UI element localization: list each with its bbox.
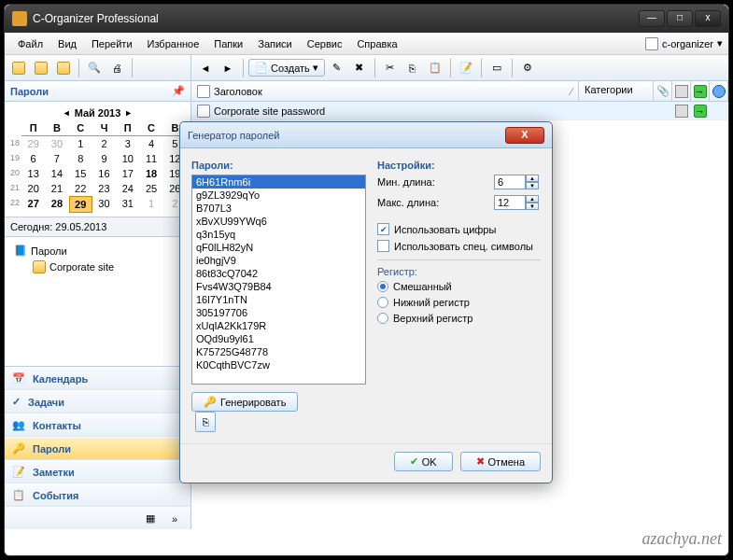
- paste-button[interactable]: 📋: [425, 58, 445, 78]
- nav-события[interactable]: 📋События: [5, 483, 190, 507]
- col-attach[interactable]: 📎: [654, 81, 672, 101]
- menu-item[interactable]: Сервис: [300, 35, 350, 52]
- calendar-day[interactable]: 22: [69, 181, 92, 196]
- calendar-day[interactable]: 25: [139, 181, 162, 196]
- password-item[interactable]: OQd9u9yl61: [192, 332, 365, 345]
- use-special-checkbox[interactable]: Использовать спец. символы: [377, 240, 541, 252]
- menu-item[interactable]: Избранное: [140, 35, 207, 52]
- calendar-day[interactable]: 14: [45, 166, 68, 181]
- generate-button[interactable]: 🔑 Генерировать: [191, 392, 298, 412]
- calendar-day[interactable]: 4: [139, 136, 162, 151]
- calendar-day[interactable]: 6: [21, 151, 45, 166]
- nav-пароли[interactable]: 🔑Пароли: [5, 437, 190, 460]
- password-item[interactable]: K0CqthBVC7zw: [192, 358, 365, 371]
- copy-button[interactable]: ⎘: [402, 58, 423, 78]
- password-item[interactable]: g9ZL3929qYo: [192, 189, 365, 202]
- folder-delete-button[interactable]: [53, 58, 74, 78]
- password-item[interactable]: B707L3: [192, 202, 365, 215]
- calendar-day[interactable]: 3: [116, 136, 139, 151]
- col-title[interactable]: Заголовок ∕: [191, 81, 579, 101]
- table-row[interactable]: Corporate site password →: [191, 102, 728, 120]
- folder-edit-button[interactable]: [31, 58, 51, 78]
- go-icon[interactable]: →: [694, 105, 707, 118]
- calendar-day[interactable]: 16: [92, 166, 116, 181]
- min-length-spinner[interactable]: ▲▼: [494, 175, 541, 189]
- col-link[interactable]: [672, 81, 691, 101]
- spin-down[interactable]: ▼: [526, 203, 539, 210]
- nav-контакты[interactable]: 👥Контакты: [5, 413, 190, 437]
- password-item[interactable]: q3n15yq: [192, 228, 365, 241]
- ok-button[interactable]: ✔OK: [394, 452, 453, 471]
- calendar-day[interactable]: 20: [21, 181, 45, 196]
- calendar-day[interactable]: 10: [116, 151, 139, 166]
- db-selector[interactable]: c-organizer: [662, 38, 713, 49]
- close-button[interactable]: x: [695, 10, 721, 27]
- titlebar[interactable]: C-Organizer Professional — □ x: [5, 5, 728, 33]
- calendar-day[interactable]: 11: [139, 151, 162, 166]
- password-item[interactable]: 86t83cQ7042: [192, 267, 365, 280]
- cut-button[interactable]: ✂: [380, 58, 401, 78]
- case-radio[interactable]: Верхний регистр: [377, 313, 541, 324]
- menu-item[interactable]: Перейти: [84, 35, 140, 52]
- nav-expand-button[interactable]: »: [164, 509, 185, 529]
- calendar-day[interactable]: 28: [45, 196, 68, 213]
- calendar-day[interactable]: 1: [69, 136, 92, 151]
- calendar-day[interactable]: 23: [92, 181, 116, 196]
- nav-заметки[interactable]: 📝Заметки: [5, 460, 190, 483]
- calendar-day[interactable]: 18: [139, 166, 162, 181]
- tree-child[interactable]: Corporate site: [10, 259, 185, 275]
- col-info[interactable]: [710, 81, 728, 101]
- password-item[interactable]: qF0lLH82yN: [192, 241, 365, 254]
- calendar-day[interactable]: 17: [116, 166, 139, 181]
- pin-icon[interactable]: 📌: [172, 85, 185, 97]
- nav-back-button[interactable]: ◄: [195, 58, 216, 78]
- delete-button[interactable]: ✖: [349, 58, 370, 78]
- max-length-spinner[interactable]: ▲▼: [494, 195, 541, 210]
- case-radio[interactable]: Смешанный: [377, 281, 541, 292]
- password-item[interactable]: xUqIA2Kk179R: [192, 319, 365, 332]
- case-radio[interactable]: Нижний регистр: [377, 297, 541, 308]
- nav-config-button[interactable]: ▦: [140, 509, 161, 529]
- dialog-titlebar[interactable]: Генератор паролей X: [180, 122, 552, 148]
- col-category[interactable]: Категории: [579, 81, 654, 101]
- calendar-next[interactable]: ►: [124, 108, 133, 118]
- calendar-day[interactable]: 13: [21, 166, 45, 181]
- calendar-prev[interactable]: ◄: [63, 108, 71, 118]
- copy-password-button[interactable]: ⎘: [195, 412, 216, 432]
- calendar-day[interactable]: 7: [45, 151, 68, 166]
- calendar-day[interactable]: 8: [69, 151, 92, 166]
- menu-item[interactable]: Вид: [50, 35, 84, 52]
- password-item[interactable]: 6H61Rnm6i: [192, 175, 365, 189]
- calendar-month[interactable]: Май 2013: [75, 107, 121, 119]
- note-button[interactable]: 📝: [456, 58, 476, 78]
- min-length-input[interactable]: [494, 175, 526, 189]
- calendar-day[interactable]: 30: [45, 136, 68, 151]
- tree-root[interactable]: 📘 Пароли: [10, 243, 185, 259]
- maximize-button[interactable]: □: [667, 10, 693, 27]
- calendar-day[interactable]: 29: [21, 136, 45, 151]
- password-item[interactable]: xBvXU99YWq6: [192, 215, 365, 228]
- menu-item[interactable]: Справка: [349, 35, 404, 52]
- password-item[interactable]: 16l7Y1nTN: [192, 293, 365, 306]
- edit-button[interactable]: ✎: [327, 58, 347, 78]
- preview-button[interactable]: ▭: [486, 58, 507, 78]
- dialog-close-button[interactable]: X: [505, 127, 544, 144]
- passwords-listbox[interactable]: 6H61Rnm6ig9ZL3929qYoB707L3xBvXU99YWq6q3n…: [191, 175, 366, 385]
- nav-задачи[interactable]: ✓Задачи: [5, 390, 190, 413]
- minimize-button[interactable]: —: [639, 10, 665, 27]
- calendar-day[interactable]: 30: [92, 196, 116, 213]
- max-length-input[interactable]: [494, 195, 526, 210]
- calendar-day[interactable]: 31: [116, 196, 139, 213]
- calendar-day[interactable]: 9: [92, 151, 116, 166]
- col-go[interactable]: →: [691, 81, 710, 101]
- calendar-day[interactable]: 15: [69, 166, 92, 181]
- print-button[interactable]: 🖨: [106, 58, 127, 78]
- options-button[interactable]: ⚙: [517, 58, 538, 78]
- calendar-day[interactable]: 21: [45, 181, 68, 196]
- create-button[interactable]: 📄 Создать ▾: [248, 59, 325, 77]
- calendar-day[interactable]: 29: [69, 196, 92, 213]
- calendar-day[interactable]: 1: [139, 196, 162, 213]
- spin-up[interactable]: ▲: [526, 175, 539, 182]
- menu-item[interactable]: Записи: [250, 35, 300, 52]
- calendar-day[interactable]: 27: [21, 196, 45, 213]
